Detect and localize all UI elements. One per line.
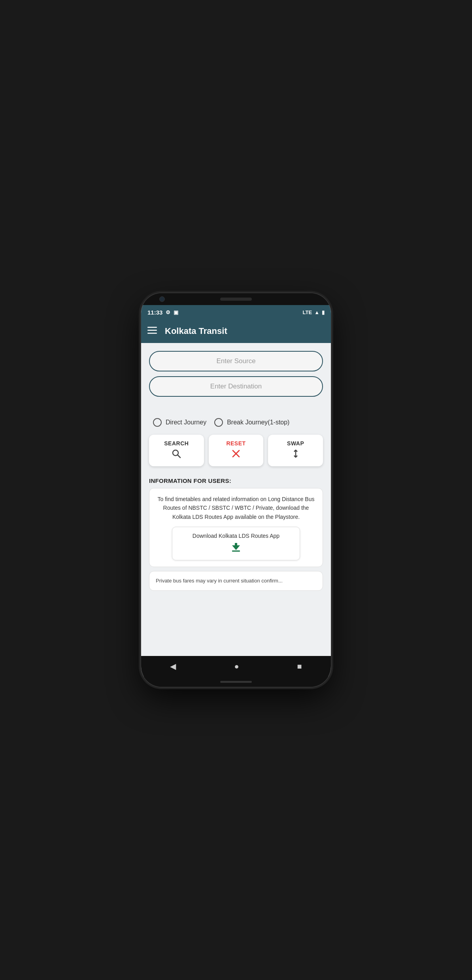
journey-type-row: Direct Journey Break Journey(1-stop) xyxy=(149,418,323,427)
sim-status-icon: ▣ xyxy=(174,309,178,315)
svg-rect-0 xyxy=(147,327,157,328)
swap-button-label: SWAP xyxy=(287,440,304,447)
direct-journey-radio[interactable] xyxy=(153,418,162,427)
main-content: Direct Journey Break Journey(1-stop) SEA… xyxy=(141,343,331,656)
search-button-label: SEARCH xyxy=(164,440,189,447)
network-type: LTE xyxy=(303,309,312,315)
info-section: INFORMATION FOR USERS: To find timetable… xyxy=(149,477,323,591)
overview-nav-button[interactable]: ■ xyxy=(289,659,310,674)
search-icon xyxy=(172,449,181,461)
break-journey-label: Break Journey(1-stop) xyxy=(227,419,289,426)
signal-icon: ▲ xyxy=(314,309,319,315)
screen: 11:33 ⚙ ▣ LTE ▲ ▮ Kolkata Transit xyxy=(141,305,331,677)
status-bar: 11:33 ⚙ ▣ LTE ▲ ▮ xyxy=(141,305,331,319)
menu-button[interactable] xyxy=(147,327,157,335)
bottom-nav: ◀ ● ■ xyxy=(141,656,331,677)
svg-rect-2 xyxy=(147,333,157,334)
download-button-label: Download Kolkata LDS Routes App xyxy=(193,533,279,539)
settings-status-icon: ⚙ xyxy=(166,309,170,315)
reset-icon xyxy=(231,449,241,461)
back-nav-button[interactable]: ◀ xyxy=(162,658,184,674)
svg-rect-1 xyxy=(147,330,157,331)
home-nav-button[interactable]: ● xyxy=(226,659,247,674)
info-heading: INFORMATION FOR USERS: xyxy=(149,477,323,484)
svg-rect-9 xyxy=(235,543,237,547)
info-card-1: To find timetables and related informati… xyxy=(149,488,323,567)
direct-journey-option[interactable]: Direct Journey xyxy=(153,418,206,427)
status-time: 11:33 xyxy=(147,309,162,316)
front-camera xyxy=(159,296,165,302)
app-bar: Kolkata Transit xyxy=(141,319,331,343)
phone-bottom-bar xyxy=(141,677,331,687)
destination-input[interactable] xyxy=(150,383,322,390)
source-input[interactable] xyxy=(150,357,322,365)
break-journey-option[interactable]: Break Journey(1-stop) xyxy=(214,418,289,427)
download-button[interactable]: Download Kolkata LDS Routes App xyxy=(172,527,300,560)
break-journey-radio[interactable] xyxy=(214,418,223,427)
reset-button[interactable]: RESET xyxy=(209,435,264,466)
info-card-2-text: Private bus fares may vary in current si… xyxy=(156,577,316,585)
direct-journey-label: Direct Journey xyxy=(166,419,206,426)
phone-top-bar xyxy=(141,293,331,305)
status-left: 11:33 ⚙ ▣ xyxy=(147,309,178,316)
battery-icon: ▮ xyxy=(322,309,325,315)
app-title: Kolkata Transit xyxy=(165,326,227,336)
destination-input-container[interactable] xyxy=(149,376,323,397)
svg-rect-10 xyxy=(232,550,240,552)
phone-bottom-handle xyxy=(220,681,252,683)
swap-icon xyxy=(291,449,300,461)
search-button[interactable]: SEARCH xyxy=(149,435,204,466)
source-input-container[interactable] xyxy=(149,351,323,371)
swap-button[interactable]: SWAP xyxy=(268,435,323,466)
phone-speaker xyxy=(220,298,252,301)
spacer xyxy=(149,401,323,413)
status-right: LTE ▲ ▮ xyxy=(303,309,325,315)
info-card-1-text: To find timetables and related informati… xyxy=(156,495,316,521)
svg-line-4 xyxy=(178,455,181,458)
download-arrow-icon xyxy=(230,541,242,554)
action-buttons-row: SEARCH RESET xyxy=(149,435,323,466)
info-card-2: Private bus fares may vary in current si… xyxy=(149,571,323,591)
reset-button-label: RESET xyxy=(226,440,245,447)
